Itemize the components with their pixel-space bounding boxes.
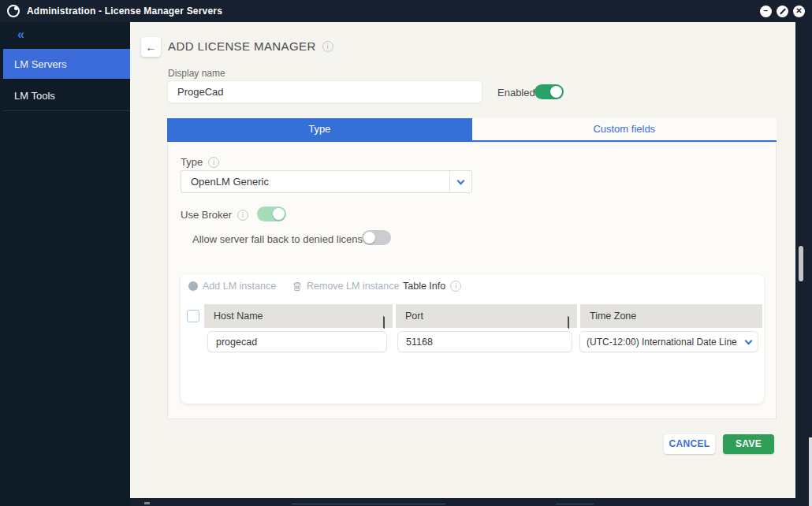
info-icon[interactable] [237, 210, 248, 221]
info-icon[interactable] [322, 41, 333, 52]
column-header-host-name[interactable]: Host Name [204, 304, 393, 328]
sidebar-item-lm-tools[interactable]: LM Tools [3, 80, 130, 111]
toggle-knob [363, 232, 375, 244]
table-info-button[interactable]: Table Info [403, 281, 461, 292]
background-scrollbar-handle[interactable] [799, 246, 803, 281]
sidebar-item-label: LM Tools [14, 90, 55, 102]
background-window-edge [144, 502, 150, 504]
window-title: Administration - License Manager Servers [27, 6, 222, 17]
page-title-text: ADD LICENSE MANAGER [168, 39, 316, 53]
add-circle-icon [188, 281, 198, 291]
background-window-edge [809, 437, 812, 506]
use-broker-label: Use Broker [181, 209, 248, 221]
column-label: Host Name [214, 311, 263, 322]
app-logo-icon [7, 5, 20, 17]
info-icon [450, 281, 461, 292]
table-info-label: Table Info [403, 281, 445, 292]
enabled-label: Enabled [497, 87, 535, 99]
use-broker-label-text: Use Broker [181, 209, 232, 221]
administration-window: { "titlebar": { "title": "Administration… [0, 0, 812, 506]
lm-instances-card: Add LM instance Remove LM instance Table… [181, 274, 764, 404]
time-zone-value: (UTC-12:00) International Date Line W [580, 337, 739, 348]
background-window-edge [556, 504, 594, 504]
type-label: Type [181, 156, 219, 168]
background-window-edge [292, 504, 445, 504]
window-controls: − ✕ [760, 6, 805, 17]
sidebar: « LM Servers LM Tools [0, 22, 130, 506]
tab-custom-fields[interactable]: Custom fields [472, 118, 777, 140]
block-icon [780, 8, 786, 14]
back-arrow-icon: ← [146, 41, 157, 54]
select-all-checkbox[interactable] [187, 310, 199, 322]
page-title: ADD LICENSE MANAGER [168, 39, 333, 53]
type-tab-panel: Type OpenLM Generic Use Broker Allow ser… [167, 143, 777, 419]
info-icon[interactable] [208, 157, 219, 168]
type-dropdown-value: OpenLM Generic [181, 176, 269, 188]
dropdown-chevron-box [449, 171, 471, 192]
type-label-text: Type [181, 156, 203, 168]
use-broker-toggle[interactable] [257, 206, 286, 221]
type-dropdown[interactable]: OpenLM Generic [181, 170, 472, 193]
titlebar: Administration - License Manager Servers… [0, 0, 812, 22]
sidebar-item-lm-servers[interactable]: LM Servers [3, 49, 130, 80]
add-lm-instance-button[interactable]: Add LM instance [188, 281, 276, 292]
remove-lm-instance-button[interactable]: Remove LM instance [292, 281, 399, 292]
close-button[interactable]: ✕ [793, 6, 805, 17]
enabled-toggle[interactable] [535, 84, 564, 99]
fallback-label: Allow server fall back to denied license [192, 233, 368, 245]
toggle-knob [550, 86, 562, 98]
column-label: Time Zone [590, 311, 636, 322]
host-name-input[interactable] [207, 331, 387, 352]
add-lm-instance-label: Add LM instance [203, 281, 276, 292]
caret-down-icon [384, 317, 385, 329]
minimize-button[interactable]: − [760, 6, 772, 17]
display-name-input[interactable] [167, 80, 482, 103]
collapse-sidebar-icon[interactable]: « [17, 28, 24, 42]
table-header: Host Name Port Time Zone [181, 304, 764, 328]
restore-button[interactable] [777, 6, 788, 17]
time-zone-dropdown[interactable]: (UTC-12:00) International Date Line W [579, 331, 758, 352]
port-input[interactable] [397, 331, 572, 352]
chevron-down-icon [744, 337, 752, 344]
column-header-time-zone[interactable]: Time Zone [580, 304, 762, 328]
main-content: ← ADD LICENSE MANAGER Display name Enabl… [130, 22, 795, 498]
column-label: Port [405, 311, 423, 322]
cancel-button[interactable]: CANCEL [664, 434, 715, 454]
save-button[interactable]: SAVE [723, 434, 774, 454]
remove-lm-instance-label: Remove LM instance [307, 281, 399, 292]
back-button[interactable]: ← [141, 37, 161, 57]
tab-bar: Type Custom fields [167, 118, 777, 142]
dropdown-chevron-box [739, 332, 758, 352]
fallback-toggle[interactable] [362, 230, 391, 245]
display-name-label: Display name [168, 68, 225, 79]
sidebar-item-label: LM Servers [14, 58, 66, 70]
caret-down-icon [568, 317, 569, 329]
column-header-port[interactable]: Port [396, 304, 577, 328]
trash-icon [292, 281, 302, 292]
tab-type[interactable]: Type [167, 118, 472, 140]
chevron-down-icon [457, 177, 465, 184]
toggle-knob [273, 208, 285, 220]
